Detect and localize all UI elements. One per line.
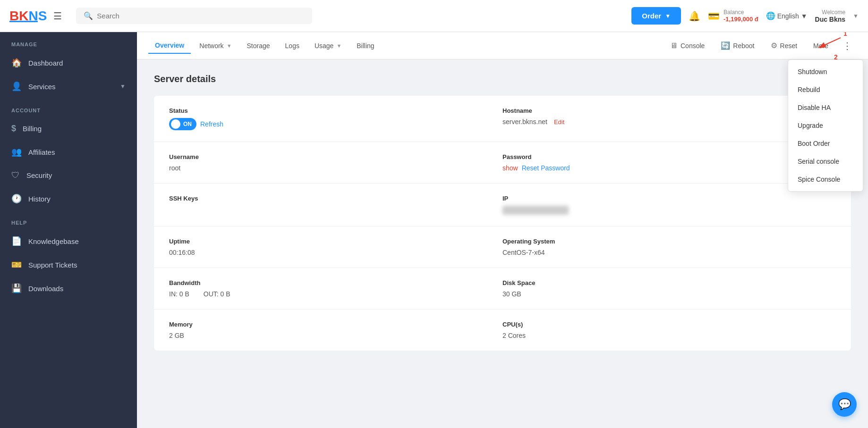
details-row-uptime-os: Uptime 00:16:08 Operating System CentOS-… <box>154 227 851 268</box>
console-icon: 🖥 <box>670 42 678 50</box>
wallet-area[interactable]: 💳 Balance -1,199,000 đ <box>708 9 758 23</box>
order-button[interactable]: Order ▼ <box>631 7 681 25</box>
subnav-overview[interactable]: Overview <box>148 38 191 54</box>
details-row-memory-cpu: Memory 2 GB CPU(s) 2 Cores <box>154 310 851 351</box>
dropdown-upgrade[interactable]: Upgrade <box>788 117 863 134</box>
sidebar-item-label: Downloads <box>28 285 63 293</box>
subnav-actions: 🖥 Console 🔄 Reboot ⚙ Reset More ⋮ <box>664 37 857 54</box>
bandwidth-cell: Bandwidth IN: 0 B OUT: 0 B <box>169 279 502 298</box>
sidebar-item-label: Dashboard <box>28 59 63 67</box>
uptime-label: Uptime <box>169 238 502 245</box>
diskspace-cell: Disk Space 30 GB <box>502 279 836 298</box>
diskspace-value: 30 GB <box>502 290 836 298</box>
sidebar: MANAGE 🏠 Dashboard 👤 Services ▼ ACCOUNT … <box>0 32 137 428</box>
language-selector[interactable]: 🌐 English ▼ <box>766 11 808 20</box>
sidebar-item-support-tickets[interactable]: 🎫 Support Tickets <box>0 253 137 277</box>
bandwidth-out: OUT: 0 B <box>204 290 230 298</box>
search-input[interactable] <box>97 12 305 20</box>
memory-value: 2 GB <box>169 332 502 339</box>
reset-button[interactable]: ⚙ Reset <box>764 37 804 54</box>
more-button[interactable]: More <box>807 38 835 53</box>
bell-icon[interactable]: 🔔 <box>689 10 700 22</box>
cpu-cell: CPU(s) 2 Cores <box>502 321 836 339</box>
reboot-button[interactable]: 🔄 Reboot <box>714 37 761 54</box>
toggle-circle <box>171 119 180 129</box>
logo-ns: NS <box>28 8 47 23</box>
reset-password-link[interactable]: Reset Password <box>522 164 570 172</box>
ssh-keys-label: SSH Keys <box>169 195 502 202</box>
knowledgebase-icon: 📄 <box>11 236 22 246</box>
dropdown-rebuild[interactable]: Rebuild <box>788 81 863 99</box>
uptime-value: 00:16:08 <box>169 249 502 256</box>
uptime-cell: Uptime 00:16:08 <box>169 238 502 256</box>
welcome-name: Duc Bkns <box>815 16 846 23</box>
shield-icon: 🛡 <box>11 170 20 180</box>
hamburger-icon[interactable]: ☰ <box>53 10 62 22</box>
wallet-icon: 💳 <box>708 10 720 22</box>
dropdown-spice-console[interactable]: Spice Console <box>788 170 863 188</box>
password-cell: Password show Reset Password <box>502 153 836 172</box>
reset-icon: ⚙ <box>771 41 777 50</box>
sidebar-item-label: Knowledgebase <box>28 237 79 245</box>
ip-address: 123.456.789.012 <box>502 206 569 215</box>
downloads-icon: 💾 <box>11 283 22 294</box>
ssh-keys-cell: SSH Keys <box>169 195 502 215</box>
sidebar-item-knowledgebase[interactable]: 📄 Knowledgebase <box>0 229 137 253</box>
search-icon: 🔍 <box>84 11 93 20</box>
welcome-area[interactable]: Welcome Duc Bkns <box>815 9 846 23</box>
ip-label: IP <box>502 195 836 202</box>
diskspace-label: Disk Space <box>502 279 836 286</box>
console-button[interactable]: 🖥 Console <box>664 38 711 54</box>
bandwidth-in: IN: 0 B <box>169 290 189 298</box>
username-value: root <box>169 164 502 172</box>
sidebar-item-security[interactable]: 🛡 Security <box>0 164 137 187</box>
sidebar-item-dashboard[interactable]: 🏠 Dashboard <box>0 51 137 75</box>
services-chevron-icon: ▼ <box>120 83 126 90</box>
sidebar-item-history[interactable]: 🕐 History <box>0 187 137 210</box>
subnav-logs[interactable]: Logs <box>279 38 306 53</box>
page-title: Server details <box>154 74 851 84</box>
subnav-billing[interactable]: Billing <box>350 38 381 53</box>
sidebar-item-affiliates[interactable]: 👥 Affiliates <box>0 140 137 164</box>
hostname-edit-link[interactable]: Edit <box>554 118 564 126</box>
show-password-link[interactable]: show <box>502 164 518 172</box>
server-details-grid: Status ON Refresh Hostname server.bk <box>154 96 851 351</box>
cpu-value: 2 Cores <box>502 332 836 339</box>
account-section-label: ACCOUNT <box>0 98 137 117</box>
dropdown-serial-console[interactable]: Serial console <box>788 152 863 170</box>
memory-label: Memory <box>169 321 502 328</box>
more-dots-button[interactable]: ⋮ <box>838 37 857 54</box>
status-toggle[interactable]: ON <box>169 118 196 130</box>
sidebar-item-billing[interactable]: $ Billing <box>0 117 137 140</box>
details-row-bandwidth-disk: Bandwidth IN: 0 B OUT: 0 B Disk Space 30… <box>154 268 851 310</box>
dropdown-menu: Shutdown Rebuild Disable HA Upgrade Boot… <box>788 59 863 192</box>
bandwidth-value: IN: 0 B OUT: 0 B <box>169 290 502 298</box>
subnav-usage[interactable]: Usage ▼ <box>308 38 348 53</box>
details-row-credentials: Username root Password show Reset Passwo… <box>154 142 851 184</box>
main-area: Overview Network ▼ Storage Logs Usage ▼ … <box>137 32 868 428</box>
svg-text:1: 1 <box>843 32 847 37</box>
balance-label: Balance <box>723 9 758 16</box>
topnav-actions: Order ▼ 🔔 💳 Balance -1,199,000 đ 🌐 Engli… <box>631 7 859 25</box>
sidebar-item-label: Support Tickets <box>28 261 77 269</box>
sidebar-item-downloads[interactable]: 💾 Downloads <box>0 277 137 300</box>
os-label: Operating System <box>502 238 836 245</box>
sidebar-item-label: History <box>28 195 51 203</box>
ip-value: 123.456.789.012 <box>502 206 836 215</box>
sidebar-item-label: Security <box>26 171 52 179</box>
subnav-storage[interactable]: Storage <box>240 38 277 53</box>
refresh-link[interactable]: Refresh <box>200 120 223 128</box>
reboot-icon: 🔄 <box>721 41 730 50</box>
toggle-text: ON <box>183 121 192 127</box>
chat-bubble[interactable]: 💬 <box>832 392 857 417</box>
username-label: Username <box>169 153 502 160</box>
subnav-network[interactable]: Network ▼ <box>193 38 238 53</box>
dropdown-shutdown[interactable]: Shutdown <box>788 63 863 81</box>
sidebar-item-services[interactable]: 👤 Services ▼ <box>0 75 137 98</box>
username-cell: Username root <box>169 153 502 172</box>
history-icon: 🕐 <box>11 193 22 204</box>
balance-amount: -1,199,000 đ <box>723 16 758 23</box>
dropdown-disable-ha[interactable]: Disable HA <box>788 99 863 117</box>
welcome-chevron-icon: ▼ <box>853 13 859 19</box>
dropdown-boot-order[interactable]: Boot Order <box>788 134 863 152</box>
